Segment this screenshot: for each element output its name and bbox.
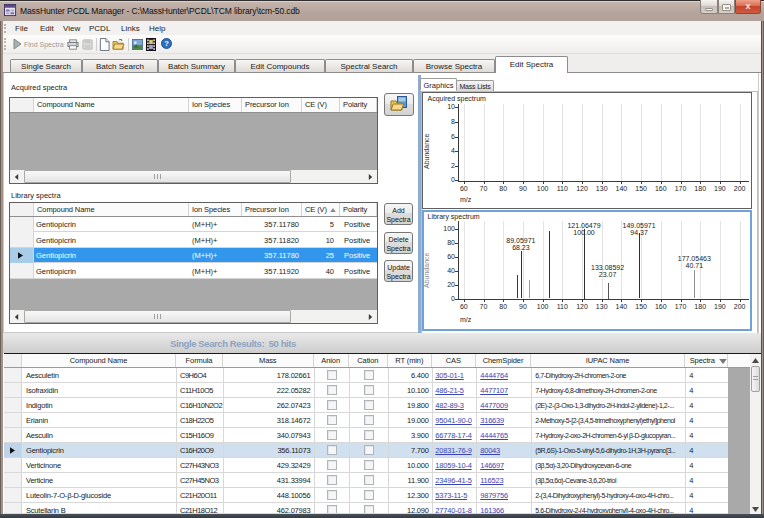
svg-text:?: ?	[164, 39, 169, 48]
